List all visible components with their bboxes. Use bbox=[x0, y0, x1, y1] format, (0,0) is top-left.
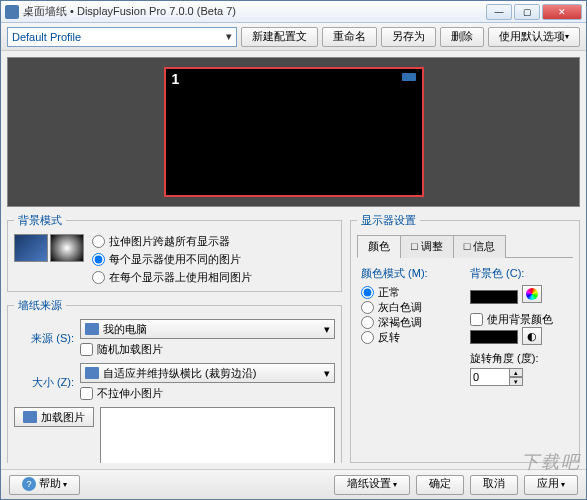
minimize-button[interactable]: — bbox=[486, 4, 512, 20]
source-legend: 墙纸来源 bbox=[14, 298, 66, 313]
color-mode-label: 颜色模式 (M): bbox=[361, 266, 460, 281]
profile-toolbar: Default Profile 新建配置文 重命名 另存为 删除 使用默认选项 bbox=[1, 23, 586, 51]
use-defaults-button[interactable]: 使用默认选项 bbox=[488, 27, 580, 47]
bgmode-legend: 背景模式 bbox=[14, 213, 66, 228]
display-fieldset: 显示器设置 颜色 □ 调整 □ 信息 颜色模式 (M): 正常 灰白色调 深褐 bbox=[350, 213, 580, 463]
rotation-label: 旋转角度 (度): bbox=[470, 351, 569, 366]
rotation-input[interactable] bbox=[470, 368, 510, 386]
usebg-checkbox-row[interactable]: 使用背景颜色 bbox=[470, 312, 569, 327]
maximize-button[interactable]: ▢ bbox=[514, 4, 540, 20]
wallpaper-settings-button[interactable]: 墙纸设置 bbox=[334, 475, 410, 495]
source-label: 来源 (S): bbox=[14, 331, 74, 346]
delete-button[interactable]: 删除 bbox=[440, 27, 484, 47]
bgcolor-label: 背景色 (C): bbox=[470, 266, 569, 281]
size-dropdown[interactable]: 自适应并维持纵横比 (裁剪边沿) bbox=[80, 363, 335, 383]
mode-gray[interactable]: 灰白色调 bbox=[361, 300, 460, 315]
nostretch-checkbox-row[interactable]: 不拉伸小图片 bbox=[80, 386, 335, 401]
footer-bar: ?帮助 墙纸设置 确定 取消 应用 bbox=[1, 469, 586, 499]
load-image-button[interactable]: 加载图片 bbox=[14, 407, 94, 427]
thumb-earth-icon bbox=[14, 234, 48, 262]
bgmode-opt-same[interactable]: 在每个显示器上使用相同图片 bbox=[92, 270, 252, 285]
apply-button[interactable]: 应用 bbox=[524, 475, 578, 495]
random-checkbox-row[interactable]: 随机加载图片 bbox=[80, 342, 335, 357]
source-fieldset: 墙纸来源 来源 (S): 我的电脑 随机加载图片 大小 (Z): 自适应并维持纵… bbox=[7, 298, 342, 463]
display-legend: 显示器设置 bbox=[357, 213, 420, 228]
image-icon bbox=[23, 411, 37, 423]
random-checkbox[interactable] bbox=[80, 343, 93, 356]
spin-up[interactable]: ▴ bbox=[509, 368, 523, 377]
spin-down[interactable]: ▾ bbox=[509, 377, 523, 386]
tab-adjust[interactable]: □ 调整 bbox=[400, 235, 454, 258]
tab-info[interactable]: □ 信息 bbox=[453, 235, 507, 258]
bgmode-fieldset: 背景模式 拉伸图片跨越所有显示器 每个显示器使用不同的图片 在每个显示器上使用相… bbox=[7, 213, 342, 292]
main-window: 桌面墙纸 • DisplayFusion Pro 7.0.0 (Beta 7) … bbox=[0, 0, 587, 500]
mode-invert[interactable]: 反转 bbox=[361, 330, 460, 345]
bgmode-opt-different[interactable]: 每个显示器使用不同的图片 bbox=[92, 252, 252, 267]
titlebar[interactable]: 桌面墙纸 • DisplayFusion Pro 7.0.0 (Beta 7) … bbox=[1, 1, 586, 23]
color-wheel-icon bbox=[526, 288, 538, 300]
bgmode-opt-span[interactable]: 拉伸图片跨越所有显示器 bbox=[92, 234, 252, 249]
color-picker-button-2[interactable]: ◐ bbox=[522, 327, 542, 345]
bgcolor-swatch bbox=[470, 290, 518, 304]
monitor-preview[interactable]: 1 bbox=[7, 57, 580, 207]
window-title: 桌面墙纸 • DisplayFusion Pro 7.0.0 (Beta 7) bbox=[23, 4, 486, 19]
display-tabs: 颜色 □ 调整 □ 信息 bbox=[357, 234, 573, 258]
source-dropdown[interactable]: 我的电脑 bbox=[80, 319, 335, 339]
profile-dropdown[interactable]: Default Profile bbox=[7, 27, 237, 47]
monitor-number: 1 bbox=[172, 71, 180, 87]
image-list[interactable] bbox=[100, 407, 335, 463]
size-label: 大小 (Z): bbox=[14, 375, 74, 390]
close-button[interactable]: ✕ bbox=[542, 4, 582, 20]
mode-sepia[interactable]: 深褐色调 bbox=[361, 315, 460, 330]
computer-icon bbox=[85, 323, 99, 335]
content-area: 1 背景模式 拉伸图片跨越所有显示器 每个显示器使用不同的图片 bbox=[1, 51, 586, 469]
tab-color[interactable]: 颜色 bbox=[357, 235, 401, 258]
help-button[interactable]: ?帮助 bbox=[9, 475, 80, 495]
cancel-button[interactable]: 取消 bbox=[470, 475, 518, 495]
monitor-badge-icon bbox=[402, 73, 416, 81]
thumb-galaxy-icon bbox=[50, 234, 84, 262]
profile-value: Default Profile bbox=[12, 31, 81, 43]
bgcolor-swatch-2 bbox=[470, 330, 518, 344]
rename-button[interactable]: 重命名 bbox=[322, 27, 377, 47]
color-picker-button[interactable] bbox=[522, 285, 542, 303]
monitor-1[interactable]: 1 bbox=[164, 67, 424, 197]
radio-same[interactable] bbox=[92, 271, 105, 284]
nostretch-checkbox[interactable] bbox=[80, 387, 93, 400]
app-icon bbox=[5, 5, 19, 19]
mode-normal[interactable]: 正常 bbox=[361, 285, 460, 300]
save-as-button[interactable]: 另存为 bbox=[381, 27, 436, 47]
radio-span-all[interactable] bbox=[92, 235, 105, 248]
new-profile-button[interactable]: 新建配置文 bbox=[241, 27, 318, 47]
rotation-spinner[interactable]: ▴▾ bbox=[470, 368, 569, 386]
ok-button[interactable]: 确定 bbox=[416, 475, 464, 495]
usebg-checkbox[interactable] bbox=[470, 313, 483, 326]
help-icon: ? bbox=[22, 477, 36, 491]
mode-thumbnails bbox=[14, 234, 84, 262]
radio-different[interactable] bbox=[92, 253, 105, 266]
fit-icon bbox=[85, 367, 99, 379]
